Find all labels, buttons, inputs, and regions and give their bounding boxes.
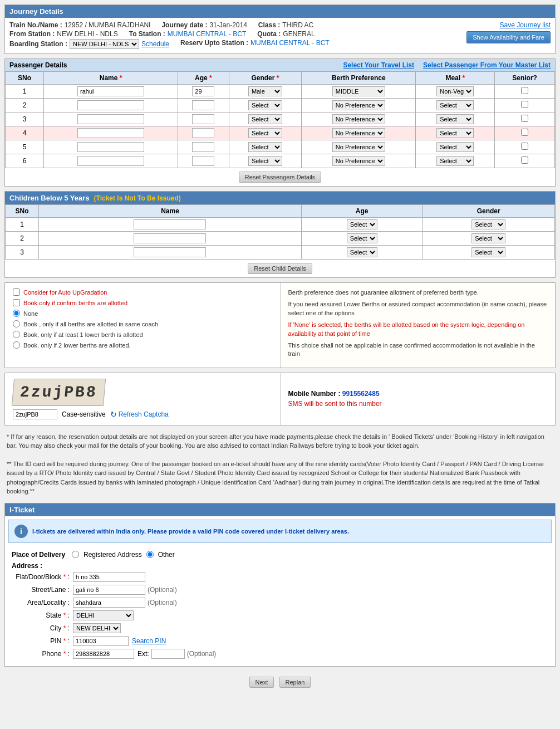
col-meal: Meal * (416, 72, 495, 85)
ext-input[interactable] (151, 649, 185, 659)
col-senior: Senior? (495, 72, 555, 85)
child2-name-input[interactable] (134, 233, 206, 243)
passenger-row-5: 5 SelectMaleFemale No PreferenceLOWERUPP… (6, 140, 555, 154)
row1-gender-select[interactable]: MaleFemaleOther (248, 86, 282, 96)
row5-age-input[interactable] (192, 142, 214, 152)
row5-name-input[interactable] (77, 142, 144, 152)
phone-input[interactable] (73, 649, 134, 659)
row6-berth-select[interactable]: No PreferenceLOWERUPPERMIDDLE (332, 156, 385, 166)
captcha-input[interactable] (13, 409, 57, 419)
row5-sno: 5 (6, 140, 44, 154)
to-value: MUMBAI CENTRAL - BCT (168, 30, 247, 38)
child1-age-select[interactable]: Select1234 (347, 219, 377, 229)
row4-age-input[interactable] (192, 128, 214, 138)
journey-date-label: Journey date : (161, 21, 207, 29)
reserv-value: MUMBAI CENTRAL - BCT (250, 39, 330, 47)
city-select[interactable]: NEW DELHIDELHI (73, 623, 121, 633)
row1-meal-select[interactable]: Non-VegVegSelect (436, 86, 474, 96)
ext-optional: (Optional) (187, 650, 217, 658)
row2-age-input[interactable] (192, 100, 214, 110)
from-value: NEW DELHI - NDLS (57, 30, 117, 38)
child2-gender-select[interactable]: SelectMaleFemale (471, 233, 505, 243)
schedule-link[interactable]: Schedule (141, 40, 169, 48)
to-label: To Station : (129, 30, 165, 38)
row2-berth-select[interactable]: No PreferenceLOWERUPPERMIDDLE (332, 100, 385, 110)
child3-gender-select[interactable]: SelectMaleFemale (471, 247, 505, 257)
option1-radio[interactable] (13, 320, 20, 327)
child-col-sno: SNo (6, 205, 39, 218)
row6-name-input[interactable] (77, 156, 144, 166)
row4-berth-select[interactable]: No PreferenceLOWERUPPERMIDDLE (332, 128, 385, 138)
select-travel-list-link[interactable]: Select Your Travel List (343, 61, 414, 69)
row1-senior-check[interactable] (521, 87, 528, 94)
state-label: State * : (12, 611, 73, 619)
passenger-row-6: 6 SelectMaleFemale No PreferenceLOWERUPP… (6, 154, 555, 168)
refresh-captcha-link[interactable]: ↻ Refresh Captcha (110, 410, 169, 419)
child1-name-input[interactable] (134, 219, 206, 229)
city-label: City * : (12, 624, 73, 632)
sms-note: SMS will be sent to this number (288, 400, 548, 408)
row3-gender-select[interactable]: SelectMaleFemale (248, 114, 282, 124)
row3-name-input[interactable] (77, 114, 144, 124)
row6-meal-select[interactable]: SelectVegNon-Veg (436, 156, 474, 166)
quota-value: GENERAL (283, 30, 315, 38)
child2-age-select[interactable]: Select1234 (347, 233, 377, 243)
row5-meal-select[interactable]: SelectVegNon-Veg (436, 142, 474, 152)
row5-gender-select[interactable]: SelectMaleFemale (248, 142, 282, 152)
replan-button[interactable]: Replan (279, 677, 311, 688)
row6-age-input[interactable] (192, 156, 214, 166)
boarding-station-select[interactable]: NEW DELHI - NDLS (70, 39, 139, 49)
search-pin-link[interactable]: Search PIN (132, 637, 166, 645)
option3-radio[interactable] (13, 341, 20, 349)
state-select[interactable]: DELHIMAHARASHTRAKARNATAKA (73, 610, 134, 620)
area-optional: (Optional) (148, 599, 177, 606)
mobile-label: Mobile Number : (288, 390, 341, 398)
row5-berth-select[interactable]: No PreferenceLOWERUPPERMIDDLE (332, 142, 385, 152)
row5-senior-check[interactable] (521, 143, 528, 150)
child3-name-input[interactable] (134, 247, 206, 257)
option2-radio[interactable] (13, 331, 20, 338)
other-radio[interactable] (146, 551, 154, 558)
row4-senior-check[interactable] (521, 129, 528, 136)
row3-senior-check[interactable] (521, 115, 528, 122)
confirm-berth-checkbox[interactable] (13, 299, 20, 306)
row2-senior-check[interactable] (521, 101, 528, 108)
flat-input[interactable] (73, 572, 145, 582)
next-button[interactable]: Next (249, 677, 274, 688)
notice-text-1: * If for any reason, the reservation out… (4, 430, 556, 453)
reset-passengers-button[interactable]: Reset Passengers Details (239, 172, 322, 183)
child-row-3: 3 Select1234 SelectMaleFemale (6, 246, 555, 260)
row6-senior-check[interactable] (521, 156, 528, 164)
row4-meal-select[interactable]: SelectVegNon-Veg (436, 128, 474, 138)
from-label: From Station : (9, 30, 55, 38)
child1-gender-select[interactable]: SelectMaleFemale (471, 219, 505, 229)
row1-berth-select[interactable]: MIDDLENo PreferenceLOWERUPPERSIDE LOWERS… (332, 86, 385, 96)
auto-upgrade-checkbox[interactable] (13, 288, 20, 296)
pin-input[interactable] (73, 636, 129, 646)
passenger-details-header: Passenger Details Select Your Travel Lis… (5, 59, 555, 71)
show-availability-button[interactable]: Show Availability and Fare (466, 31, 551, 43)
street-optional: (Optional) (148, 586, 177, 594)
registered-address-radio[interactable] (72, 551, 79, 558)
row2-gender-select[interactable]: SelectMaleFemale (248, 100, 282, 110)
child3-age-select[interactable]: Select1234 (347, 247, 377, 257)
area-input[interactable] (73, 598, 145, 608)
option-none-radio[interactable] (13, 310, 20, 317)
street-input[interactable] (73, 585, 145, 595)
options-left-panel: Consider for Auto UpGradation Book only … (5, 283, 281, 368)
row1-age-input[interactable] (192, 86, 214, 96)
other-label: Other (158, 551, 175, 559)
row6-gender-select[interactable]: SelectMaleFemale (248, 156, 282, 166)
row3-meal-select[interactable]: SelectVegNon-Veg (436, 114, 474, 124)
row1-name-input[interactable] (77, 86, 144, 96)
area-label: Area/Locality : (12, 599, 73, 606)
reset-child-button[interactable]: Reset Child Details (248, 263, 312, 274)
row4-name-input[interactable] (77, 128, 144, 138)
row3-age-input[interactable] (192, 114, 214, 124)
save-journey-link[interactable]: Save Journey list (500, 21, 551, 29)
row2-name-input[interactable] (77, 100, 144, 110)
row3-berth-select[interactable]: No PreferenceLOWERUPPERMIDDLE (332, 114, 385, 124)
row4-gender-select[interactable]: SelectMaleFemale (248, 128, 282, 138)
row2-meal-select[interactable]: SelectVegNon-Veg (436, 100, 474, 110)
select-master-list-link[interactable]: Select Passenger From Your Master List (423, 61, 551, 69)
